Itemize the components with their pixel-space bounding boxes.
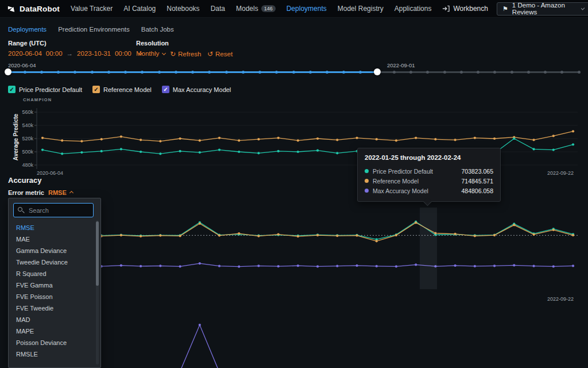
legend-label: Price Predictor Default <box>19 86 82 93</box>
date-range-picker[interactable]: 2020-06-04 00:00 → 2023-10-31 00:00 <box>8 50 142 57</box>
slider-tick-dot <box>309 71 312 74</box>
checkbox-checked-icon[interactable]: ✓ <box>162 86 169 93</box>
metric-option-mad[interactable]: MAD <box>9 314 100 325</box>
checkbox-checked-icon[interactable]: ✓ <box>92 86 100 93</box>
slider-tick-dot <box>275 71 278 74</box>
metric-option-r-squared[interactable]: R Squared <box>9 268 100 279</box>
models-count-badge: 146 <box>261 5 276 12</box>
range-start-date[interactable]: 2020-06-04 <box>8 50 42 57</box>
slider-tick-dot <box>292 71 295 74</box>
range-separator: → <box>67 50 74 57</box>
refresh-icon: ↻ <box>170 50 176 58</box>
error-metric-row: Error metric RMSE <box>8 189 73 196</box>
nav-item-data[interactable]: Data <box>211 5 225 13</box>
range-start-time[interactable]: 00:00 <box>46 50 63 57</box>
brand-name: DataRobot <box>20 5 60 13</box>
slider-tick-dot <box>24 71 26 74</box>
reset-button[interactable]: ↺ Reset <box>207 50 233 58</box>
top-nav: DataRobot Value Tracker AI Catalog Noteb… <box>0 0 588 18</box>
subnav-deployments[interactable]: Deployments <box>8 26 47 33</box>
slider-tick-dot <box>359 71 362 74</box>
tooltip-row-label: Price Predictor Default <box>373 168 433 175</box>
legend-label: Max Accuracy Model <box>173 86 231 93</box>
slider-tick-dot <box>426 71 429 74</box>
slider-tick-dot <box>74 71 76 74</box>
nav-item-model-registry[interactable]: Model Registry <box>338 5 384 13</box>
slider-tick-dot <box>40 71 43 74</box>
slider-handle[interactable] <box>5 68 11 75</box>
metric-option-fve-poisson[interactable]: FVE Poisson <box>9 291 100 302</box>
metric-option-mape[interactable]: MAPE <box>9 325 100 337</box>
tooltip-row-value: 703823.065 <box>462 168 493 175</box>
flag-icon: ⚑ <box>502 5 508 13</box>
legend-price-predictor-default[interactable]: ✓ Price Predictor Default <box>8 86 82 93</box>
tooltip-row: Price Predictor Default 703823.065 <box>365 166 493 176</box>
subnav-batch-jobs[interactable]: Batch Jobs <box>141 26 174 33</box>
error-metric-select[interactable]: RMSE <box>48 189 73 196</box>
nav-item-value-tracker[interactable]: Value Tracker <box>71 5 113 13</box>
resolution-select[interactable]: Monthly <box>136 50 165 57</box>
slider-tick-dot <box>510 71 513 74</box>
subnav-prediction-environments[interactable]: Prediction Environments <box>58 26 130 33</box>
error-metric-dropdown: RMSE MAE Gamma Deviance Tweedie Deviance… <box>8 198 101 368</box>
tooltip-row-label: Max Accuracy Model <box>373 187 428 194</box>
chevron-up-icon <box>69 191 74 195</box>
nav-item-models[interactable]: Models 146 <box>236 5 276 13</box>
refresh-label: Refresh <box>178 51 201 57</box>
workbench-label: Workbench <box>453 5 488 13</box>
legend-reference-model[interactable]: ✓ Reference Model <box>92 86 152 93</box>
nav-item-applications[interactable]: Applications <box>394 5 432 13</box>
datarobot-logo-icon <box>7 5 16 13</box>
metric-option-tweedie-deviance[interactable]: Tweedie Deviance <box>9 256 100 268</box>
series-dot-icon <box>365 189 369 193</box>
slider-tick-dot <box>124 71 127 74</box>
chevron-down-icon <box>581 6 585 10</box>
legend-label: Reference Model <box>103 86 152 93</box>
slider-handle-label: 2022-09-01 <box>387 62 415 68</box>
tooltip-period: 2022-01-25 through 2022-02-24 <box>365 154 493 161</box>
project-selector[interactable]: ⚑ 1 Demo - Amazon Reviews <box>497 2 588 16</box>
search-input[interactable] <box>13 203 94 217</box>
slider-tick-dot <box>578 71 581 74</box>
project-selector-value: 1 Demo - Amazon Reviews <box>512 2 578 16</box>
hover-highlight-band <box>420 208 437 289</box>
dropdown-scrollbar-thumb[interactable] <box>96 221 99 286</box>
metric-option-mae[interactable]: MAE <box>9 233 100 245</box>
nav-item-notebooks[interactable]: Notebooks <box>167 5 199 13</box>
nav-item-deployments[interactable]: Deployments <box>287 5 327 13</box>
nav-item-ai-catalog[interactable]: AI Catalog <box>123 5 156 13</box>
search-icon <box>18 207 22 212</box>
checkbox-checked-icon[interactable]: ✓ <box>8 86 16 93</box>
slider-tick-dot <box>409 71 412 74</box>
tooltip-row-label: Reference Model <box>373 178 419 185</box>
brand-logo[interactable]: DataRobot <box>7 5 60 13</box>
slider-tick-dot <box>91 71 94 74</box>
slider-tick-dot <box>443 71 446 74</box>
range-end-date[interactable]: 2023-10-31 <box>77 50 111 57</box>
slider-tick-dot <box>477 71 479 74</box>
range-end-time[interactable]: 00:00 <box>115 50 131 57</box>
metric-option-poisson-deviance[interactable]: Poisson Deviance <box>9 337 100 348</box>
metric-option-gamma-deviance[interactable]: Gamma Deviance <box>9 245 100 256</box>
metric-option-rmsle[interactable]: RMSLE <box>9 348 100 360</box>
nav-right: Workbench ⚑ 1 Demo - Amazon Reviews ? 1 <box>442 2 588 16</box>
refresh-button[interactable]: ↻ Refresh <box>170 50 201 58</box>
accuracy-section-title: Accuracy <box>8 176 42 185</box>
slider-start-label: 2020-06-04 <box>8 62 36 68</box>
nav-item-models-label: Models <box>236 5 258 13</box>
slider-handle[interactable] <box>374 68 381 75</box>
slider-tick-dot <box>175 71 177 74</box>
tooltip-row-value: 484806.058 <box>462 187 493 194</box>
metric-option-fve-tweedie[interactable]: FVE Tweedie <box>9 302 100 314</box>
metric-option-fve-gamma[interactable]: FVE Gamma <box>9 279 100 291</box>
metric-option-rmse[interactable]: RMSE <box>9 222 100 233</box>
slider-tick-dot <box>141 71 144 74</box>
dropdown-options: RMSE MAE Gamma Deviance Tweedie Deviance… <box>9 222 100 360</box>
legend-max-accuracy-model[interactable]: ✓ Max Accuracy Model <box>162 86 231 93</box>
slider-tick-dot <box>342 71 345 74</box>
slider-tick-dot <box>158 71 161 74</box>
slider-tick-dot <box>208 71 211 74</box>
slider-tick-dot <box>544 71 547 74</box>
workbench-link[interactable]: Workbench <box>442 5 488 13</box>
range-label: Range (UTC) <box>8 40 47 47</box>
